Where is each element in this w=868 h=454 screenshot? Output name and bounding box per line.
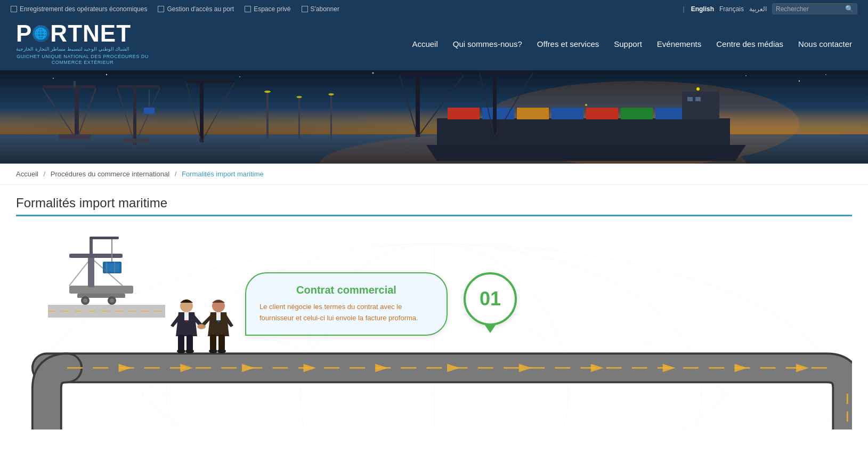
svg-rect-45 (298, 97, 300, 140)
checkbox-icon-2 (158, 6, 164, 12)
top-bar: Enregistrement des opérateurs économique… (0, 0, 868, 18)
main-header: P RTNET الشباك الوطني الوحيد لتبسيط مساط… (0, 18, 868, 70)
breadcrumb-procedures[interactable]: Procédures du commerce international (51, 170, 169, 178)
svg-rect-30 (682, 92, 719, 119)
logo-area: P RTNET الشباك الوطني الوحيد لتبسيط مساط… (16, 22, 149, 66)
svg-point-52 (372, 72, 374, 74)
search-icon[interactable]: 🔍 (845, 5, 854, 13)
svg-point-55 (825, 74, 826, 75)
svg-rect-12 (117, 85, 160, 88)
svg-point-99 (177, 349, 185, 353)
svg-line-89 (69, 258, 91, 286)
svg-rect-43 (266, 92, 269, 140)
svg-point-54 (799, 80, 800, 82)
page-content: Formalités import maritime (0, 185, 868, 429)
svg-rect-106 (218, 335, 225, 351)
title-underline (16, 215, 852, 216)
main-nav: Accueil Qui sommes-nous? Offres et servi… (412, 39, 852, 48)
nav-support[interactable]: Support (614, 39, 642, 48)
svg-rect-24 (482, 108, 514, 119)
svg-rect-27 (586, 108, 618, 119)
svg-rect-15 (123, 139, 149, 143)
svg-point-77 (83, 298, 87, 303)
svg-rect-47 (330, 94, 332, 140)
top-bar-right: | English Français العربية 🔍 (682, 3, 857, 14)
svg-rect-36 (400, 72, 464, 75)
nav-offers[interactable]: Offres et services (537, 39, 599, 48)
svg-rect-19 (186, 80, 234, 83)
nav-contact[interactable]: Nous contacter (798, 39, 852, 48)
svg-rect-17 (144, 108, 155, 114)
svg-rect-86 (105, 263, 119, 272)
svg-rect-11 (133, 86, 136, 145)
page-title: Formalités import maritime (16, 196, 852, 210)
svg-rect-40 (480, 70, 533, 73)
svg-rect-32 (695, 97, 701, 101)
svg-point-49 (53, 78, 54, 79)
hero-cranes-svg (0, 70, 868, 164)
top-bar-links: Enregistrement des opérateurs économique… (11, 5, 339, 13)
dock-illustration (48, 232, 165, 318)
nav-about[interactable]: Qui sommes-nous? (453, 39, 522, 48)
svg-rect-35 (416, 73, 420, 137)
svg-point-50 (106, 74, 107, 75)
breadcrumb-accueil[interactable]: Accueil (16, 170, 38, 178)
svg-rect-103 (216, 312, 221, 320)
svg-rect-81 (69, 254, 123, 258)
svg-rect-5 (75, 86, 79, 140)
lang-english[interactable]: English (691, 5, 714, 13)
checkbox-icon-4 (302, 6, 308, 12)
globe-icon (33, 25, 50, 42)
nav-events[interactable]: Evénements (657, 39, 701, 48)
breadcrumb: Accueil / Procédures du commerce interna… (0, 164, 868, 185)
lang-french[interactable]: Français (719, 5, 744, 13)
svg-rect-98 (186, 335, 193, 351)
logo-subtitle-french: GUICHET UNIQUE NATIONAL DES PROCÉDURES D… (16, 54, 149, 66)
svg-rect-105 (210, 335, 216, 351)
port-access-link[interactable]: Gestion d'accès au port (158, 5, 234, 13)
step-description: Le client négocie les termes du contrat … (259, 302, 433, 324)
info-card: Contrat commercial Le client négocie les… (245, 272, 448, 336)
svg-point-53 (745, 75, 747, 76)
svg-point-44 (264, 91, 271, 93)
svg-rect-97 (178, 335, 184, 351)
svg-rect-28 (621, 108, 653, 119)
svg-rect-7 (74, 81, 76, 87)
nav-media[interactable]: Centre des médias (716, 39, 783, 48)
checkbox-icon (11, 6, 17, 12)
checkbox-icon-3 (245, 6, 251, 12)
search-input[interactable] (776, 5, 845, 13)
step-title: Contrat commercial (259, 284, 433, 296)
svg-rect-23 (448, 108, 480, 119)
nav-accueil[interactable]: Accueil (412, 39, 437, 48)
svg-rect-82 (90, 238, 93, 256)
svg-rect-95 (184, 312, 189, 320)
search-box[interactable]: 🔍 (772, 3, 857, 14)
logo: P RTNET (16, 22, 131, 45)
svg-point-51 (239, 76, 240, 77)
infographic: Contrat commercial Le client négocie les… (16, 227, 852, 429)
svg-rect-10 (59, 134, 91, 140)
hero-banner (0, 70, 868, 164)
svg-rect-31 (687, 97, 693, 101)
people-illustration (165, 291, 240, 366)
svg-rect-25 (517, 108, 549, 119)
svg-point-46 (297, 96, 302, 98)
svg-rect-83 (90, 237, 119, 239)
private-space-link[interactable]: Espace privé (245, 5, 290, 13)
step-circle: 01 (464, 272, 517, 326)
breadcrumb-current: Formalités import maritime (182, 170, 264, 178)
registration-link[interactable]: Enregistrement des opérateurs économique… (11, 5, 147, 13)
lang-arabic[interactable]: العربية (749, 5, 767, 13)
svg-rect-26 (551, 108, 583, 119)
logo-subtitle-arabic: الشباك الوطني الوحيد لتبسيط مساطر التجار… (16, 46, 129, 53)
svg-rect-22 (437, 118, 730, 145)
svg-point-109 (197, 324, 206, 329)
svg-rect-74 (69, 286, 133, 294)
subscribe-link[interactable]: S'abonner (302, 5, 339, 13)
svg-rect-6 (43, 85, 96, 88)
svg-point-108 (217, 349, 226, 353)
svg-rect-18 (200, 81, 204, 142)
svg-point-34 (585, 104, 587, 106)
step-number: 01 (480, 288, 501, 310)
